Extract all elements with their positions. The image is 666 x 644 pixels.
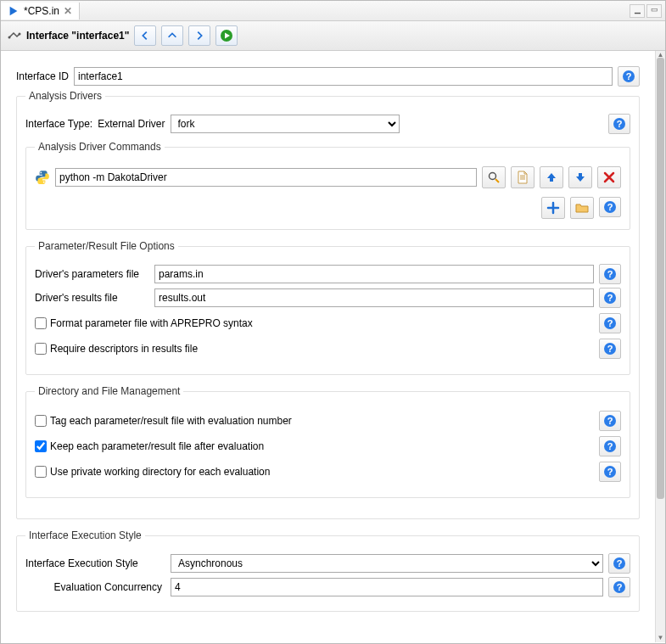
params-file-input[interactable] (154, 265, 594, 283)
param-file-options-legend: Parameter/Result File Options (35, 240, 178, 252)
folder-icon (575, 201, 589, 215)
document-icon (516, 171, 529, 184)
svg-text:?: ? (607, 416, 613, 426)
interface-type-row: Interface Type: External Driver fork ? (25, 114, 630, 134)
keep-file-checkbox[interactable] (35, 440, 47, 452)
keep-file-label: Keep each parameter/result file after ev… (50, 440, 264, 452)
tab-bar: *CPS.in ✕ ▁ ▭ (1, 1, 665, 21)
help-button[interactable]: ? (599, 411, 621, 431)
interface-type-label: Interface Type: (25, 118, 92, 130)
play-triangle-icon (8, 5, 20, 17)
svg-text:?: ? (607, 202, 613, 212)
interface-type-select[interactable]: fork (171, 115, 400, 133)
svg-line-10 (495, 179, 499, 182)
exec-style-legend: Interface Execution Style (25, 529, 145, 541)
results-file-label: Driver's results file (35, 292, 149, 304)
driver-commands-legend: Analysis Driver Commands (35, 141, 165, 153)
svg-text:?: ? (626, 71, 632, 81)
driver-command-input[interactable] (55, 168, 477, 187)
help-icon: ? (603, 465, 617, 479)
help-icon: ? (603, 267, 617, 281)
require-desc-checkbox[interactable] (35, 343, 47, 355)
analysis-drivers-group: Analysis Drivers Interface Type: Externa… (16, 90, 640, 519)
document-button[interactable] (511, 166, 534, 188)
interface-type-sublabel: External Driver (98, 118, 165, 130)
tag-eval-checkbox[interactable] (35, 415, 47, 427)
svg-text:?: ? (617, 119, 623, 129)
editor-toolbar: Interface "interface1" (1, 21, 665, 51)
help-button[interactable]: ? (618, 66, 640, 87)
help-button[interactable]: ? (599, 264, 621, 284)
aprepro-checkbox[interactable] (35, 317, 47, 329)
nav-up-button[interactable] (161, 25, 183, 46)
vertical-scrollbar[interactable]: ▲ ▼ (655, 51, 665, 642)
exec-style-select[interactable]: Asynchronous (171, 554, 603, 573)
require-desc-label: Require descriptors in results file (50, 343, 198, 355)
private-dir-checkbox[interactable] (35, 466, 47, 478)
svg-point-2 (19, 33, 21, 36)
help-button[interactable]: ? (599, 197, 621, 217)
svg-point-9 (490, 173, 496, 180)
scroll-thumb[interactable] (657, 58, 664, 499)
magnify-button[interactable] (482, 166, 506, 188)
editor-content: Interface ID ? Analysis Drivers Interfac… (1, 51, 655, 642)
dir-mgmt-group: Directory and File Management Tag each p… (25, 385, 630, 498)
arrow-up-icon (166, 30, 178, 42)
svg-point-1 (8, 36, 11, 39)
driver-command-row (35, 166, 621, 188)
nav-back-button[interactable] (134, 25, 156, 46)
x-icon (602, 171, 616, 184)
help-icon: ? (603, 342, 617, 356)
browse-button[interactable] (570, 197, 594, 219)
move-up-button[interactable] (540, 166, 563, 188)
toolbar-title: Interface "interface1" (26, 30, 129, 42)
help-icon: ? (603, 316, 617, 330)
tab-title: *CPS.in (24, 5, 59, 17)
minimize-view-button[interactable]: ▁ (630, 4, 645, 18)
driver-commands-group: Analysis Driver Commands (25, 141, 630, 230)
help-button[interactable]: ? (608, 553, 630, 574)
help-button[interactable]: ? (599, 339, 621, 359)
plus-icon (546, 201, 560, 215)
move-down-button[interactable] (568, 166, 592, 188)
help-button[interactable]: ? (608, 114, 630, 134)
arrow-left-icon (139, 30, 151, 42)
concurrency-input[interactable] (171, 578, 603, 596)
svg-text:?: ? (607, 441, 613, 451)
help-icon: ? (603, 414, 617, 428)
exec-style-group: Interface Execution Style Interface Exec… (16, 529, 640, 612)
help-button[interactable]: ? (599, 436, 621, 456)
command-actions-strip: ? (35, 197, 621, 219)
svg-text:?: ? (607, 467, 613, 477)
svg-text:?: ? (617, 558, 623, 568)
python-icon (35, 170, 50, 185)
help-button[interactable]: ? (608, 577, 630, 597)
file-tab[interactable]: *CPS.in ✕ (1, 3, 80, 20)
help-button[interactable]: ? (599, 313, 621, 333)
scroll-down-arrow[interactable]: ▼ (656, 634, 665, 642)
add-button[interactable] (541, 197, 565, 219)
delete-button[interactable] (597, 166, 621, 188)
maximize-view-button[interactable]: ▭ (646, 4, 662, 18)
exec-style-label: Interface Execution Style (25, 557, 165, 569)
results-file-input[interactable] (154, 288, 594, 307)
interface-id-input[interactable] (74, 67, 613, 86)
analysis-drivers-legend: Analysis Drivers (25, 90, 105, 102)
aprepro-label: Format parameter file with APREPRO synta… (50, 317, 253, 329)
help-icon: ? (613, 557, 626, 570)
help-button[interactable]: ? (599, 288, 621, 308)
concurrency-label: Evaluation Concurrency (25, 581, 165, 593)
help-button[interactable]: ? (599, 462, 621, 482)
help-icon: ? (603, 200, 617, 214)
run-button[interactable] (215, 25, 238, 46)
play-icon (220, 29, 233, 42)
nav-forward-button[interactable] (188, 25, 210, 46)
close-icon[interactable]: ✕ (64, 5, 72, 17)
arrow-right-icon (193, 30, 205, 42)
private-dir-label: Use private working directory for each e… (50, 466, 270, 478)
help-icon: ? (622, 70, 635, 83)
help-icon: ? (613, 580, 626, 594)
svg-text:?: ? (617, 582, 623, 592)
arrow-down-icon (574, 171, 587, 184)
svg-text:?: ? (607, 318, 613, 328)
